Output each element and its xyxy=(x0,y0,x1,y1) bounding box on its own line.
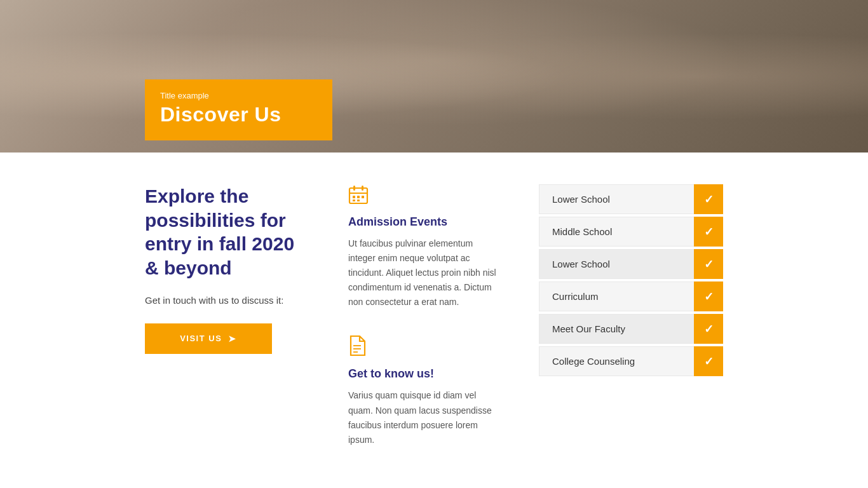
hero-image xyxy=(0,0,868,152)
nav-item-label: Meet Our Faculty xyxy=(539,314,694,344)
get-to-know-text: Varius quam quisque id diam vel quam. No… xyxy=(348,388,501,447)
nav-item-label: Lower School xyxy=(539,249,694,279)
nav-item-label: Middle School xyxy=(539,217,694,247)
nav-item-check-icon[interactable]: ✓ xyxy=(694,314,723,344)
hero-title-large: Discover Us xyxy=(160,103,317,126)
nav-item-check-icon[interactable]: ✓ xyxy=(694,217,723,247)
nav-item[interactable]: Meet Our Faculty✓ xyxy=(539,314,723,344)
visit-us-button[interactable]: VISIT US ➤ xyxy=(145,323,272,354)
left-column: Explore the possibilities for entry in f… xyxy=(145,184,310,354)
admission-events-title: Admission Events xyxy=(348,215,501,229)
hero-title-small: Title example xyxy=(160,91,317,100)
nav-item[interactable]: Middle School✓ xyxy=(539,217,723,247)
nav-item[interactable]: Curriculum✓ xyxy=(539,281,723,311)
nav-list: Lower School✓Middle School✓Lower School✓… xyxy=(539,184,723,376)
svg-rect-8 xyxy=(357,200,360,201)
admission-events-section: Admission Events Ut faucibus pulvinar el… xyxy=(348,184,501,309)
nav-item-label: Lower School xyxy=(539,184,694,214)
main-content: Explore the possibilities for entry in f… xyxy=(0,152,868,488)
get-to-know-title: Get to know us! xyxy=(348,367,501,381)
nav-item-check-icon[interactable]: ✓ xyxy=(694,281,723,311)
visit-us-label: VISIT US xyxy=(180,334,222,343)
calendar-icon xyxy=(348,184,501,209)
explore-heading: Explore the possibilities for entry in f… xyxy=(145,184,310,280)
nav-item-label: Curriculum xyxy=(539,281,694,311)
svg-rect-2 xyxy=(362,186,363,191)
get-in-touch-text: Get in touch with us to discuss it: xyxy=(145,294,310,308)
nav-item[interactable]: Lower School✓ xyxy=(539,249,723,279)
svg-rect-7 xyxy=(353,200,355,201)
svg-rect-6 xyxy=(362,196,364,198)
arrow-icon: ➤ xyxy=(228,334,237,344)
right-column: Lower School✓Middle School✓Lower School✓… xyxy=(539,184,723,379)
hero-section: Title example Discover Us xyxy=(0,0,868,152)
nav-item-check-icon[interactable]: ✓ xyxy=(694,346,723,376)
admission-events-text: Ut faucibus pulvinar elementum integer e… xyxy=(348,236,501,309)
document-icon xyxy=(348,335,501,361)
middle-column: Admission Events Ut faucibus pulvinar el… xyxy=(348,184,501,473)
nav-item-check-icon[interactable]: ✓ xyxy=(694,249,723,279)
svg-rect-4 xyxy=(353,196,355,198)
nav-item-check-icon[interactable]: ✓ xyxy=(694,184,723,214)
nav-item[interactable]: College Counseling✓ xyxy=(539,346,723,376)
svg-rect-5 xyxy=(357,196,360,198)
hero-overlay: Title example Discover Us xyxy=(145,79,332,140)
nav-item[interactable]: Lower School✓ xyxy=(539,184,723,214)
nav-item-label: College Counseling xyxy=(539,346,694,376)
svg-rect-1 xyxy=(353,186,355,191)
get-to-know-section: Get to know us! Varius quam quisque id d… xyxy=(348,335,501,447)
